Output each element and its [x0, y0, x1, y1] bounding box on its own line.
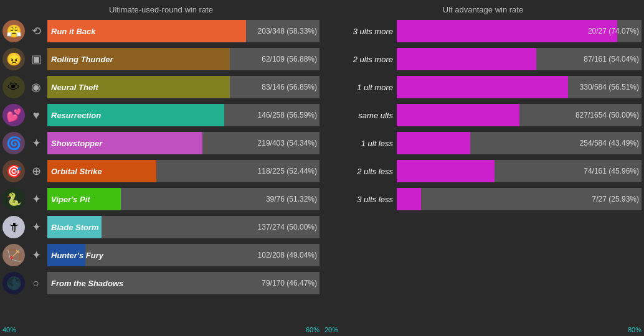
left-chart-area: 😤⟲Run it Back203/348 (58.33%)😠▣Rolling T… — [2, 18, 320, 321]
ult-icon: ⊕ — [27, 162, 45, 180]
right-bar-fill — [397, 104, 519, 126]
right-row-label: 3 ults more — [324, 27, 393, 36]
avatar: 🗡 — [2, 216, 25, 238]
bar-label: Showstopper — [47, 139, 102, 148]
left-row: 🐍✦Viper's Pit39/76 (51.32%) — [2, 186, 320, 212]
right-chart-area: 3 ults more20/27 (74.07%)2 ults more87/1… — [324, 18, 642, 321]
avatar: 😤 — [2, 20, 25, 42]
right-row: 2 ults less74/161 (45.96%) — [324, 158, 642, 184]
left-row: 🎯⊕Orbital Strike118/225 (52.44%) — [2, 158, 320, 184]
right-bar-container: 330/584 (56.51%) — [397, 76, 642, 98]
bar-stat: 79/170 (46.47%) — [262, 279, 317, 287]
bar-container: Run it Back203/348 (58.33%) — [47, 20, 320, 42]
avatar: 🐍 — [2, 188, 25, 210]
right-bar-stat: 7/27 (25.93%) — [592, 195, 639, 203]
bar-container: Neural Theft83/146 (56.85%) — [47, 76, 320, 98]
bar-label: Blade Storm — [47, 223, 99, 232]
bar-stat: 118/225 (52.44%) — [258, 167, 317, 175]
right-bar-stat: 87/161 (54.04%) — [584, 55, 639, 63]
right-row-label: same ults — [324, 111, 393, 120]
right-row: 1 ult less254/584 (43.49%) — [324, 130, 642, 156]
bar-container: Resurrection146/258 (56.59%) — [47, 104, 320, 126]
bar-container: Blade Storm137/274 (50.00%) — [47, 216, 320, 238]
bar-label: Viper's Pit — [47, 195, 90, 204]
right-panel-title: Ult advantage win rate — [324, 5, 642, 14]
bar-container: Viper's Pit39/76 (51.32%) — [47, 188, 320, 210]
ult-icon: ✦ — [27, 190, 45, 208]
ult-icon: ◉ — [27, 78, 45, 96]
left-axis-min: 40% — [2, 326, 16, 334]
right-bar-stat: 330/584 (56.51%) — [580, 83, 639, 91]
right-row: 2 ults more87/161 (54.04%) — [324, 46, 642, 72]
right-bar-stat: 74/161 (45.96%) — [584, 167, 639, 175]
avatar: 🎯 — [2, 160, 25, 182]
bar-label: From the Shadows — [47, 279, 123, 288]
avatar: 😠 — [2, 48, 25, 70]
bar-stat: 146/258 (56.59%) — [258, 111, 317, 119]
right-row-label: 2 ults less — [324, 167, 393, 176]
bar-stat: 62/109 (56.88%) — [262, 55, 317, 63]
main-container: Ultimate-used-round win rate 😤⟲Run it Ba… — [0, 0, 644, 336]
ult-icon: ✦ — [27, 218, 45, 236]
right-bar-stat: 20/27 (74.07%) — [588, 27, 639, 35]
left-row: 🌀✦Showstopper219/403 (54.34%) — [2, 130, 320, 156]
right-row-label: 3 ults less — [324, 195, 393, 204]
left-axis: 40% 60% — [2, 322, 320, 334]
right-bar-fill — [397, 20, 617, 42]
avatar: 💕 — [2, 104, 25, 126]
ult-icon: ○ — [27, 274, 45, 292]
right-axis: 20% 80% — [324, 322, 642, 334]
bar-stat: 83/146 (56.85%) — [262, 83, 317, 91]
bar-label: Run it Back — [47, 27, 96, 36]
right-row: 3 ults more20/27 (74.07%) — [324, 18, 642, 44]
left-panel: Ultimate-used-round win rate 😤⟲Run it Ba… — [2, 5, 320, 334]
bar-container: Showstopper219/403 (54.34%) — [47, 132, 320, 154]
left-row: 🏹✦Hunter's Fury102/208 (49.04%) — [2, 242, 320, 268]
ult-icon: ✦ — [27, 246, 45, 264]
avatar: 🌑 — [2, 272, 25, 294]
bar-container: Rolling Thunder62/109 (56.88%) — [47, 48, 320, 70]
bar-stat: 39/76 (51.32%) — [266, 195, 317, 203]
right-bar-container: 827/1654 (50.00%) — [397, 104, 642, 126]
left-row: 😠▣Rolling Thunder62/109 (56.88%) — [2, 46, 320, 72]
ult-icon: ✦ — [27, 134, 45, 152]
avatar: 🏹 — [2, 244, 25, 266]
bar-stat: 203/348 (58.33%) — [258, 27, 317, 35]
right-bar-container: 74/161 (45.96%) — [397, 160, 642, 182]
bar-container: From the Shadows79/170 (46.47%) — [47, 272, 320, 294]
left-axis-max: 60% — [306, 326, 320, 334]
left-row: 🗡✦Blade Storm137/274 (50.00%) — [2, 214, 320, 240]
bar-label: Neural Theft — [47, 83, 98, 92]
right-bar-container: 87/161 (54.04%) — [397, 48, 642, 70]
bar-label: Orbital Strike — [47, 167, 102, 176]
ult-icon: ▣ — [27, 50, 45, 68]
bar-label: Resurrection — [47, 111, 101, 120]
left-row: 🌑○From the Shadows79/170 (46.47%) — [2, 270, 320, 296]
right-bar-stat: 254/584 (43.49%) — [580, 139, 639, 147]
right-axis-max: 80% — [628, 326, 642, 334]
right-bar-container: 254/584 (43.49%) — [397, 132, 642, 154]
right-row-label: 1 ult less — [324, 139, 393, 148]
right-bar-fill — [397, 160, 495, 182]
left-row: 😤⟲Run it Back203/348 (58.33%) — [2, 18, 320, 44]
right-bar-stat: 827/1654 (50.00%) — [575, 111, 639, 119]
right-bar-fill — [397, 132, 470, 154]
avatar: 🌀 — [2, 132, 25, 154]
bar-stat: 102/208 (49.04%) — [258, 251, 317, 259]
right-bar-container: 20/27 (74.07%) — [397, 20, 642, 42]
bar-label: Rolling Thunder — [47, 55, 113, 64]
left-panel-title: Ultimate-used-round win rate — [2, 5, 320, 14]
avatar: 👁 — [2, 76, 25, 98]
right-panel: Ult advantage win rate 3 ults more20/27 … — [324, 5, 642, 334]
ult-icon: ♥ — [27, 106, 45, 124]
bar-stat: 219/403 (54.34%) — [258, 139, 317, 147]
right-bar-fill — [397, 76, 568, 98]
bar-label: Hunter's Fury — [47, 251, 103, 260]
right-row: 1 ult more330/584 (56.51%) — [324, 74, 642, 100]
right-row-label: 1 ult more — [324, 83, 393, 92]
right-row: same ults827/1654 (50.00%) — [324, 102, 642, 128]
right-bar-fill — [397, 188, 421, 210]
left-row: 👁◉Neural Theft83/146 (56.85%) — [2, 74, 320, 100]
bar-container: Hunter's Fury102/208 (49.04%) — [47, 244, 320, 266]
left-row: 💕♥Resurrection146/258 (56.59%) — [2, 102, 320, 128]
